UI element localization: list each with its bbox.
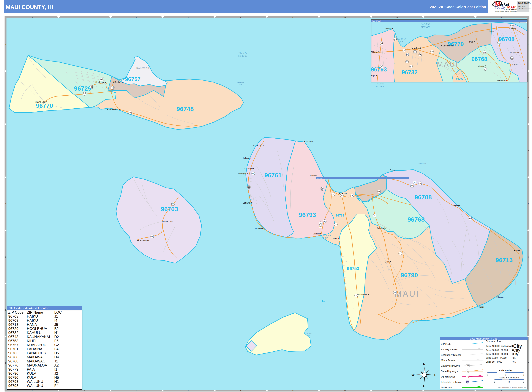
svg-text:123: 123 xyxy=(467,371,469,372)
svg-text:Halimaile: Halimaile xyxy=(477,65,484,67)
svg-text:KAHULUI: KAHULUI xyxy=(27,331,42,335)
svg-text:96790: 96790 xyxy=(401,272,418,279)
svg-text:BAY: BAY xyxy=(239,84,242,85)
svg-text:2: 2 xyxy=(5,97,6,99)
svg-text:J1: J1 xyxy=(54,359,58,363)
svg-text:Paia: Paia xyxy=(390,169,394,171)
svg-text:Toll Roads: Toll Roads xyxy=(441,386,452,389)
svg-text:MAUNALOA: MAUNALOA xyxy=(27,363,47,367)
svg-text:380: 380 xyxy=(323,220,326,222)
svg-text:HAIKU: HAIKU xyxy=(27,318,38,322)
svg-text:3000: 3000 xyxy=(252,173,255,174)
svg-text:Primary Streets: Primary Streets xyxy=(441,348,457,351)
svg-text:96708: 96708 xyxy=(499,36,514,42)
svg-text:Haiku: Haiku xyxy=(489,30,494,32)
svg-text:480: 480 xyxy=(100,79,103,80)
svg-text:96732: 96732 xyxy=(401,69,418,75)
svg-text:A: A xyxy=(32,390,33,391)
svg-text:I: I xyxy=(449,390,449,391)
svg-text:Kihei: Kihei xyxy=(333,238,337,240)
svg-text:WAILUKU: WAILUKU xyxy=(27,379,43,383)
svg-text:BAY: BAY xyxy=(399,40,403,43)
svg-text:96713: 96713 xyxy=(495,257,513,264)
svg-text:3: 3 xyxy=(528,150,529,152)
svg-text:H1: H1 xyxy=(54,379,59,383)
svg-text:96729: 96729 xyxy=(74,85,91,92)
svg-text:4: 4 xyxy=(528,203,529,205)
svg-text:390: 390 xyxy=(483,51,485,53)
svg-text:6: 6 xyxy=(523,381,524,383)
svg-text:Maalaea: Maalaea xyxy=(313,233,320,235)
svg-text:Cities 5,000 - 24,999: Cities 5,000 - 24,999 xyxy=(486,357,507,359)
svg-text:5: 5 xyxy=(5,256,6,258)
svg-text:ZIP Name: ZIP Name xyxy=(27,310,43,314)
svg-text:On Target. On Time.: On Target. On Time. xyxy=(503,9,517,10)
svg-text:32: 32 xyxy=(403,50,405,51)
svg-text:37: 37 xyxy=(431,51,433,52)
svg-text:96793: 96793 xyxy=(8,383,19,388)
svg-text:LOC: LOC xyxy=(54,310,62,314)
svg-text:N: N xyxy=(423,362,425,366)
svg-text:3500: 3500 xyxy=(406,54,409,55)
svg-text:96757: 96757 xyxy=(8,343,19,347)
svg-text:HANA: HANA xyxy=(27,322,37,327)
svg-text:371: 371 xyxy=(484,68,486,70)
svg-text:96732: 96732 xyxy=(336,214,344,217)
svg-text:96708: 96708 xyxy=(8,314,19,318)
svg-text:MAUI: MAUI xyxy=(395,289,419,299)
svg-text:7: 7 xyxy=(528,362,529,364)
svg-text:Kahana: Kahana xyxy=(243,157,249,159)
svg-text:0: 0 xyxy=(494,381,495,383)
svg-text:380: 380 xyxy=(406,61,408,63)
svg-text:F4: F4 xyxy=(54,383,58,388)
svg-text:Cities 25,000 - 49,999: Cities 25,000 - 49,999 xyxy=(486,353,508,355)
svg-text:H: H xyxy=(397,390,398,391)
svg-text:398: 398 xyxy=(498,43,500,44)
svg-text:30: 30 xyxy=(248,186,250,188)
svg-text:D: D xyxy=(188,16,189,18)
svg-text:430: 430 xyxy=(172,203,174,205)
svg-text:31: 31 xyxy=(355,295,357,296)
svg-text:7: 7 xyxy=(5,362,6,364)
svg-text:City: City xyxy=(513,348,520,353)
svg-text:Keanae: Keanae xyxy=(453,205,459,206)
svg-text:Scale in Kilometers: Scale in Kilometers xyxy=(499,376,519,379)
svg-text:I1: I1 xyxy=(54,367,57,371)
svg-text:KUALAPUU: KUALAPUU xyxy=(27,343,46,347)
svg-text:Lahaina: Lahaina xyxy=(243,202,250,204)
svg-text:Kualapuu: Kualapuu xyxy=(114,81,123,83)
svg-text:OCEAN: OCEAN xyxy=(376,85,384,88)
svg-text:LAHAINA: LAHAINA xyxy=(27,347,42,351)
svg-text:360: 360 xyxy=(469,218,472,219)
svg-text:BAY: BAY xyxy=(307,335,310,337)
svg-text:J2: J2 xyxy=(54,371,58,375)
svg-text:E: E xyxy=(240,16,241,18)
svg-text:96763: 96763 xyxy=(161,206,178,213)
svg-text:Minor Streets: Minor Streets xyxy=(441,359,455,362)
svg-text:H5: H5 xyxy=(54,375,59,379)
svg-text:37: 37 xyxy=(394,292,396,293)
svg-text:Olowalu: Olowalu xyxy=(255,228,262,230)
svg-text:Honokohau: Honokohau xyxy=(253,145,262,147)
svg-text:123: 123 xyxy=(467,376,469,377)
svg-text:96768: 96768 xyxy=(407,216,425,223)
svg-text:4: 4 xyxy=(5,203,6,205)
svg-text:A: A xyxy=(32,16,33,18)
svg-text:465: 465 xyxy=(90,86,93,88)
svg-text:County Highways: County Highways xyxy=(441,364,460,367)
svg-text:B2: B2 xyxy=(54,327,59,331)
svg-text:311: 311 xyxy=(335,224,337,225)
svg-text:Waiehu: Waiehu xyxy=(385,28,392,30)
svg-text:State Highways: State Highways xyxy=(441,370,458,373)
svg-text:MAUI: MAUI xyxy=(437,60,459,68)
svg-text:2021 Maui County, HI Map: 2021 Maui County, HI Map xyxy=(470,337,497,340)
svg-text:1: 1 xyxy=(5,44,6,46)
svg-text:E: E xyxy=(240,390,241,391)
svg-text:96748: 96748 xyxy=(8,335,19,339)
svg-text:J1: J1 xyxy=(54,314,58,318)
svg-text:3: 3 xyxy=(505,374,506,376)
svg-text:Hana: Hana xyxy=(514,249,519,252)
svg-text:KAUNAKAKAI: KAUNAKAKAI xyxy=(27,335,50,339)
svg-text:96729: 96729 xyxy=(8,327,19,331)
svg-text:HOOLEHUA: HOOLEHUA xyxy=(27,327,47,331)
